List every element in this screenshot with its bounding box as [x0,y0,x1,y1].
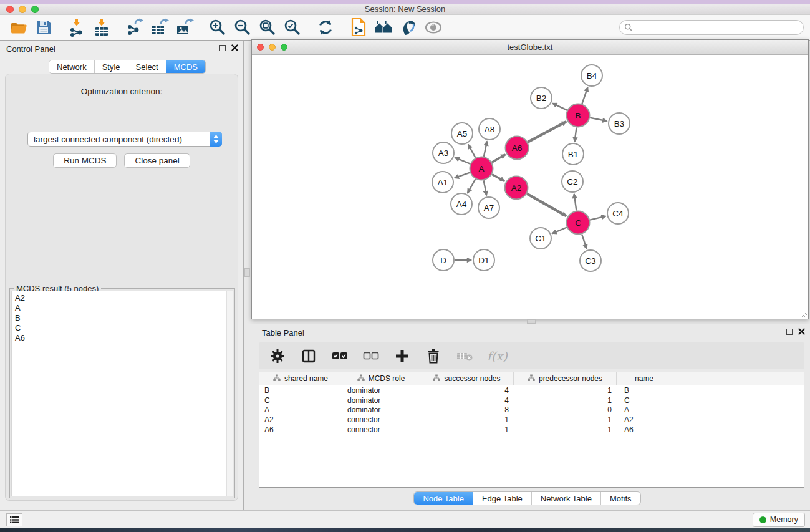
graph-node-B3[interactable]: B3 [609,113,630,134]
table-cell[interactable]: connector [342,415,420,424]
column-header-MCDS-role[interactable]: MCDS role [342,372,420,385]
table-cell[interactable]: A6 [259,425,342,434]
graph-node-C3[interactable]: C3 [580,250,601,271]
list-item[interactable]: C [12,323,227,333]
graph-edge-C-C1[interactable] [552,228,567,234]
table-cell[interactable]: 1 [420,425,514,434]
float-table-panel-icon[interactable] [786,329,793,335]
tab-motifs[interactable]: Motifs [601,492,640,505]
graph-node-A3[interactable]: A3 [433,142,454,163]
graph-edge-C-C2[interactable] [574,194,577,211]
table-cell[interactable]: 4 [420,396,514,405]
table-row[interactable]: Cdominator41C [259,395,804,405]
table-cell[interactable]: dominator [342,405,420,414]
zoom-in-icon[interactable] [205,16,230,39]
graph-edge-B-B4[interactable] [582,87,587,104]
tab-select[interactable]: Select [128,60,166,73]
task-history-button[interactable] [6,513,22,526]
table-row[interactable]: A2connector11A2 [259,415,804,425]
graph-node-A4[interactable]: A4 [451,193,472,215]
column-header-predecessor-nodes[interactable]: predecessor nodes [514,372,617,385]
node-table[interactable]: shared nameMCDS rolesuccessor nodesprede… [259,372,804,488]
add-column-icon[interactable] [393,347,411,365]
search-input[interactable] [619,20,804,35]
tab-node-table[interactable]: Node Table [414,492,473,505]
table-cell[interactable]: 8 [420,405,514,414]
table-cell[interactable]: dominator [342,386,420,395]
graph-node-B4[interactable]: B4 [581,65,602,86]
graph-edge-C-C3[interactable] [582,235,587,249]
mcds-result-list[interactable]: A2ABCA6 [11,291,228,496]
graph-edge-C-C4[interactable] [590,216,606,220]
graph-node-C2[interactable]: C2 [562,171,583,192]
delete-column-icon[interactable] [425,347,442,365]
splitpane-handle-horizontal[interactable] [527,319,536,324]
graph-edge-A-A1[interactable] [455,173,470,178]
save-session-icon[interactable] [31,16,56,39]
network-window-titlebar[interactable]: testGlobe.txt [252,40,808,55]
table-cell[interactable]: A [617,405,672,414]
tab-network[interactable]: Network [49,60,95,73]
graph-node-C1[interactable]: C1 [530,228,551,249]
settings-gear-icon[interactable] [269,347,286,365]
graph-node-D[interactable]: D [433,249,454,271]
table-row[interactable]: Bdominator41B [259,385,804,395]
graph-edge-B-B3[interactable] [590,118,607,121]
graph-edge-A2-C[interactable] [527,194,566,216]
graph-edge-A-A3[interactable] [455,158,470,164]
table-cell[interactable]: B [617,386,672,395]
column-header-successor-nodes[interactable]: successor nodes [420,372,514,385]
home-icon[interactable] [371,16,396,39]
graph-node-B1[interactable]: B1 [562,143,584,165]
table-cell[interactable]: 1 [420,415,514,424]
zoom-out-icon[interactable] [230,16,255,39]
style-icon[interactable] [396,16,421,39]
column-view-icon[interactable] [300,347,317,365]
graph-edge-A-A5[interactable] [468,144,476,157]
table-cell[interactable]: A2 [617,415,672,424]
column-header-name[interactable]: name [617,372,672,385]
tab-edge-table[interactable]: Edge Table [473,492,532,505]
function-builder-icon[interactable]: f(x) [487,349,508,363]
list-item[interactable]: A2 [12,293,227,303]
list-item[interactable]: A6 [12,333,227,343]
table-cell[interactable]: A2 [259,415,342,424]
open-session-icon[interactable] [6,16,31,39]
list-item[interactable]: B [12,313,227,323]
delete-table-icon[interactable] [456,347,473,365]
tab-mcds[interactable]: MCDS [166,60,205,73]
network-view-window[interactable]: testGlobe.txt B4B2BB3A5A8A6A3B1AA1C2A2A4… [251,39,809,319]
graph-node-C[interactable]: C [567,211,590,235]
graph-edge-A-A8[interactable] [484,142,487,157]
graph-edge-A-A6[interactable] [492,155,506,162]
splitpane-handle-vertical[interactable] [244,268,250,277]
import-table-icon[interactable] [89,16,114,39]
zoom-selected-icon[interactable] [280,16,305,39]
graph-node-B[interactable]: B [567,104,590,127]
tab-network-table[interactable]: Network Table [532,492,601,505]
graph-node-A[interactable]: A [470,157,493,180]
close-panel-button[interactable]: Close panel [124,153,190,168]
zoom-fit-icon[interactable] [255,16,280,39]
table-cell[interactable]: 0 [514,405,617,414]
table-cell[interactable]: dominator [342,396,420,405]
graph-edge-B-B1[interactable] [575,127,577,142]
table-cell[interactable]: connector [342,425,420,434]
graph-node-A7[interactable]: A7 [478,197,499,218]
graph-edge-A-A7[interactable] [484,180,487,195]
graph-node-D1[interactable]: D1 [473,249,494,271]
app-titlebar[interactable]: Session: New Session [0,4,810,14]
column-header-shared-name[interactable]: shared name [259,372,342,385]
graph-node-A6[interactable]: A6 [506,137,529,160]
table-cell[interactable]: A [259,405,342,414]
export-image-icon[interactable] [172,16,197,39]
table-cell[interactable]: 4 [420,386,514,395]
table-cell[interactable]: A6 [617,425,672,434]
table-cell[interactable]: C [259,396,342,405]
eye-icon[interactable] [421,16,446,39]
table-cell[interactable]: 1 [514,386,617,395]
table-row[interactable]: A6connector11A6 [259,425,804,435]
network-canvas[interactable]: B4B2BB3A5A8A6A3B1AA1C2A2A4A7C4CC1DD1C3 [252,55,808,319]
graph-node-A5[interactable]: A5 [451,123,473,144]
graph-node-B2[interactable]: B2 [531,87,552,109]
